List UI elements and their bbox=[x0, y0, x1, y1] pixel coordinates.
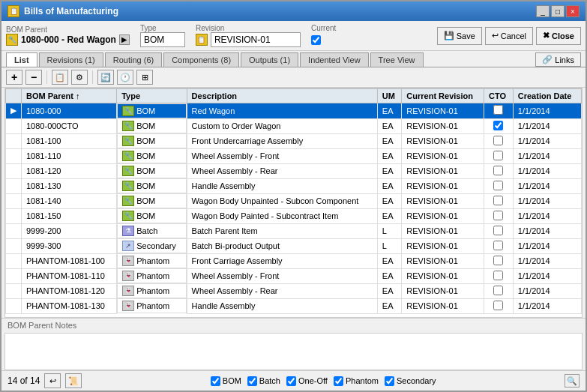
cto-checkbox[interactable] bbox=[493, 286, 503, 295]
grid-button[interactable]: ⊞ bbox=[136, 70, 153, 85]
col-cto[interactable]: CTO bbox=[484, 89, 513, 103]
type-label: Phantom bbox=[136, 256, 169, 265]
tab-list[interactable]: List bbox=[6, 52, 37, 67]
cell-cto bbox=[484, 103, 513, 119]
row-indicator bbox=[6, 193, 22, 208]
bom-parent-icon: 🔧 bbox=[6, 34, 18, 46]
cto-checkbox[interactable] bbox=[493, 196, 503, 205]
cto-checkbox[interactable] bbox=[493, 241, 503, 250]
bom-parent-section: BOM Parent 🔧 1080-000 - Red Wagon ▶ Type… bbox=[6, 24, 431, 47]
revision-field: Revision 📋 bbox=[196, 24, 301, 47]
table-row[interactable]: ▶1080-000🔧BOMRed WagonEAREVISION-011/1/2… bbox=[6, 103, 582, 119]
cell-date: 1/1/2014 bbox=[513, 223, 581, 238]
table-row[interactable]: PHANTOM-1081-110👻PhantomWheel Assembly -… bbox=[6, 268, 582, 283]
table-row[interactable]: 9999-200⚗BatchBatch Parent ItemLREVISION… bbox=[6, 223, 582, 238]
cto-checkbox[interactable] bbox=[493, 256, 503, 265]
undo-button[interactable]: ↩ bbox=[44, 373, 61, 388]
cto-checkbox[interactable] bbox=[493, 226, 503, 235]
close-window-button[interactable]: × bbox=[566, 5, 580, 17]
refresh-button[interactable]: 🔄 bbox=[97, 70, 114, 85]
maximize-button[interactable]: □ bbox=[551, 5, 565, 17]
cell-description: Front Undercarriage Assembly bbox=[187, 133, 377, 148]
links-button[interactable]: 🔗 Links bbox=[535, 52, 581, 67]
table-row[interactable]: 9999-300↗SecondaryBatch Bi-product Outpu… bbox=[6, 238, 582, 253]
cell-um: L bbox=[377, 223, 401, 238]
col-um[interactable]: UM bbox=[377, 89, 401, 103]
table-row[interactable]: PHANTOM-1081-130👻PhantomHandle AssemblyE… bbox=[6, 298, 582, 313]
tab-tree[interactable]: Tree View bbox=[370, 52, 424, 67]
bom-parent-field: BOM Parent 🔧 1080-000 - Red Wagon ▶ bbox=[6, 25, 130, 46]
type-label: BOM bbox=[136, 196, 155, 205]
search-button[interactable]: 🔍 bbox=[565, 374, 580, 388]
table-row[interactable]: 1081-140🔧BOMWagon Body Unpainted - Subco… bbox=[6, 193, 582, 208]
cell-description: Batch Bi-product Output bbox=[187, 238, 377, 253]
cto-checkbox[interactable] bbox=[493, 181, 503, 190]
tab-components[interactable]: Components (8) bbox=[163, 52, 239, 67]
filter-secondary: Secondary bbox=[385, 376, 436, 386]
cto-checkbox[interactable] bbox=[493, 136, 503, 145]
cell-um: EA bbox=[377, 103, 401, 119]
cto-checkbox[interactable] bbox=[493, 271, 503, 280]
table-row[interactable]: 1081-110🔧BOMWheel Assembly - FrontEAREVI… bbox=[6, 148, 582, 163]
bom-parent-arrow[interactable]: ▶ bbox=[119, 34, 130, 45]
cto-checkbox[interactable] bbox=[493, 105, 503, 115]
remove-button[interactable]: − bbox=[25, 70, 42, 85]
type-field: Type bbox=[140, 24, 185, 47]
filter-phantom-checkbox[interactable] bbox=[334, 376, 343, 386]
table-row[interactable]: 1081-100🔧BOMFront Undercarriage Assembly… bbox=[6, 133, 582, 148]
revision-input[interactable] bbox=[211, 32, 301, 47]
history-button[interactable]: 📜 bbox=[65, 373, 82, 388]
filter-oneoff-checkbox[interactable] bbox=[286, 376, 296, 386]
col-date[interactable]: Creation Date bbox=[513, 89, 581, 103]
tab-outputs[interactable]: Outputs (1) bbox=[241, 52, 298, 67]
cto-checkbox[interactable] bbox=[493, 211, 503, 220]
current-checkbox[interactable] bbox=[311, 35, 321, 45]
cell-revision: REVISION-01 bbox=[402, 253, 484, 268]
status-bar: 14 of 14 ↩ 📜 BOM Batch One-Off Phantom bbox=[1, 370, 586, 391]
cancel-label: Cancel bbox=[501, 31, 526, 40]
col-type[interactable]: Type bbox=[117, 89, 187, 103]
table-row[interactable]: PHANTOM-1081-120👻PhantomWheel Assembly -… bbox=[6, 283, 582, 298]
tab-routing[interactable]: Routing (6) bbox=[105, 52, 162, 67]
cell-cto bbox=[484, 163, 513, 178]
tab-revisions[interactable]: Revisions (1) bbox=[39, 52, 103, 67]
filter-bom: BOM bbox=[211, 376, 241, 386]
settings-button[interactable]: ⚙ bbox=[71, 70, 88, 85]
table-body: ▶1080-000🔧BOMRed WagonEAREVISION-011/1/2… bbox=[6, 103, 582, 314]
copy-button[interactable]: 📋 bbox=[52, 70, 68, 85]
tab-indented[interactable]: Indented View bbox=[300, 52, 369, 67]
cto-checkbox[interactable] bbox=[493, 166, 503, 175]
notes-area[interactable] bbox=[4, 333, 583, 370]
clock-button[interactable]: 🕐 bbox=[117, 70, 133, 85]
col-description[interactable]: Description bbox=[187, 89, 377, 103]
type-icon: 🔧 bbox=[122, 136, 134, 146]
close-button[interactable]: ✖ Close bbox=[536, 27, 581, 45]
table-row[interactable]: 1080-000CTO🔧BOMCustom to Order WagonEARE… bbox=[6, 118, 582, 133]
cell-bom-parent: 1081-150 bbox=[22, 208, 117, 223]
cto-checkbox[interactable] bbox=[493, 121, 503, 130]
record-count: 14 of 14 bbox=[7, 376, 40, 386]
col-revision[interactable]: Current Revision bbox=[402, 89, 484, 103]
save-button[interactable]: 💾 Save bbox=[437, 27, 482, 45]
table-row[interactable]: 1081-150🔧BOMWagon Body Painted - Subcont… bbox=[6, 208, 582, 223]
main-window: 📋 Bills of Manufacturing _ □ × BOM Paren… bbox=[0, 0, 587, 392]
cto-checkbox[interactable] bbox=[493, 301, 503, 310]
row-indicator: ▶ bbox=[6, 103, 22, 119]
cto-checkbox[interactable] bbox=[493, 151, 503, 160]
table-row[interactable]: 1081-130🔧BOMHandle AssemblyEAREVISION-01… bbox=[6, 178, 582, 193]
type-icon: 🔧 bbox=[122, 121, 134, 131]
type-input[interactable] bbox=[140, 32, 185, 47]
col-bom-parent[interactable]: BOM Parent ↑ bbox=[22, 89, 117, 103]
table-row[interactable]: 1081-120🔧BOMWheel Assembly - RearEAREVIS… bbox=[6, 163, 582, 178]
minimize-button[interactable]: _ bbox=[536, 5, 550, 17]
table-row[interactable]: PHANTOM-1081-100👻PhantomFront Carriage A… bbox=[6, 253, 582, 268]
cell-date: 1/1/2014 bbox=[513, 163, 581, 178]
filter-bom-checkbox[interactable] bbox=[211, 376, 220, 386]
cancel-button[interactable]: ↩ Cancel bbox=[485, 27, 533, 45]
current-field: Current bbox=[311, 24, 336, 47]
add-button[interactable]: + bbox=[6, 70, 22, 85]
filter-secondary-checkbox[interactable] bbox=[385, 376, 394, 386]
filter-batch-checkbox[interactable] bbox=[247, 376, 257, 386]
table-container[interactable]: BOM Parent ↑ Type Description UM Current… bbox=[4, 88, 583, 318]
cell-description: Handle Assembly bbox=[187, 298, 377, 313]
